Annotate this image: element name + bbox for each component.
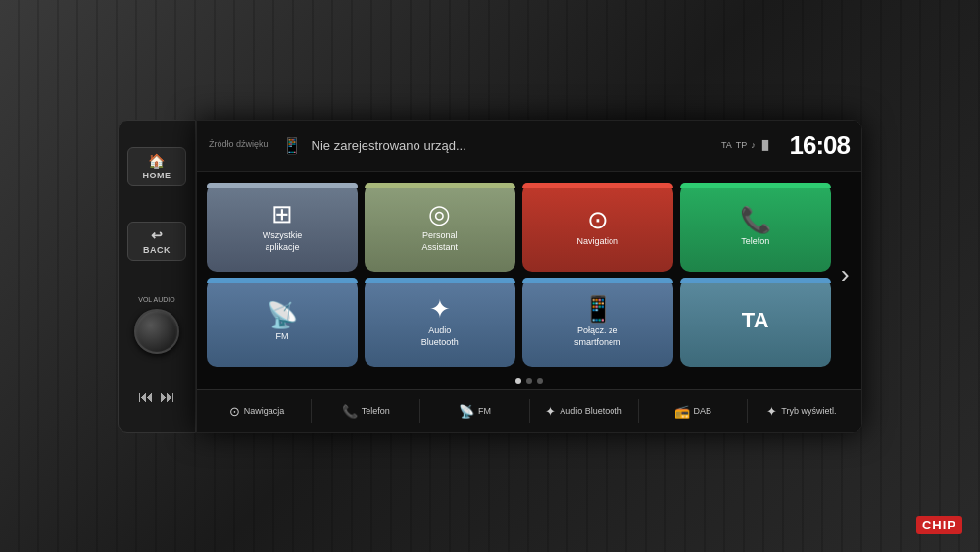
grid-area: ⊞ Wszystkieaplikacje ◎ PersonalAssistant… xyxy=(197,172,861,378)
status-icons: TA TP ♪ ▐▌ xyxy=(721,140,772,150)
back-button[interactable]: ↩ BACK xyxy=(127,222,186,261)
nav-item-audio-bt[interactable]: ✦ Audio Bluetooth xyxy=(532,400,636,423)
top-bar-pa xyxy=(365,183,515,188)
nav-item-nawigacja[interactable]: ⊙ Nawigacja xyxy=(205,400,309,423)
nav-sep-5 xyxy=(747,399,748,423)
fm-icon: 📡 xyxy=(267,302,298,327)
top-bar-bt xyxy=(365,278,515,283)
tile-phone[interactable]: 📞 Telefon xyxy=(680,183,831,272)
volume-control-area: VOL AUDIO xyxy=(134,296,179,353)
prev-track-button[interactable]: ⏮ xyxy=(138,389,154,405)
top-bar-smart xyxy=(522,278,673,283)
nav-sep-2 xyxy=(419,399,420,423)
nav-nawigacja-label: Nawigacja xyxy=(244,406,285,416)
track-buttons: ⏮ ⏭ xyxy=(138,389,175,405)
head-unit-wrapper: 🏠 HOME ↩ BACK VOL AUDIO ⏮ ⏭ Źródło dźwię… xyxy=(118,120,862,433)
apps-label: Wszystkieaplikacje xyxy=(263,230,303,253)
source-label: Źródło dźwięku xyxy=(209,139,269,151)
home-button[interactable]: 🏠 HOME xyxy=(127,147,186,186)
nav-bt-icon: ✦ xyxy=(545,404,556,419)
top-bar-fm xyxy=(207,278,358,283)
nav-icon: ⊙ xyxy=(587,207,609,232)
chip-watermark: CHIP xyxy=(916,516,962,534)
time-display: 16:08 xyxy=(790,130,851,161)
nav-fm-label: FM xyxy=(478,406,491,416)
dot-1 xyxy=(515,378,521,384)
nav-tryb-icon: ✦ xyxy=(766,404,777,419)
smart-label: Połącz. zesmartfonem xyxy=(574,326,621,348)
nav-telefon-icon: 📞 xyxy=(342,404,358,419)
tile-bluetooth-audio[interactable]: ✦ AudioBluetooth xyxy=(365,278,515,367)
nav-sep-1 xyxy=(311,399,312,423)
tile-personal-assistant[interactable]: ◎ PersonalAssistant xyxy=(365,183,515,272)
nav-nawigacja-icon: ⊙ xyxy=(229,404,240,419)
phone-icon-header: 📱 xyxy=(282,136,302,155)
next-page-chevron[interactable]: › xyxy=(839,259,852,290)
nav-dab-label: DAB xyxy=(694,406,712,416)
nav-telefon-label: Telefon xyxy=(362,406,390,416)
pa-icon: ◎ xyxy=(428,201,451,226)
ta-tile-icon: TA xyxy=(742,310,769,331)
back-icon: ↩ xyxy=(151,227,164,243)
vol-label: VOL AUDIO xyxy=(138,296,174,304)
nav-bt-label: Audio Bluetooth xyxy=(560,406,622,416)
main-screen: Źródło dźwięku 📱 Nie zarejestrowano urzą… xyxy=(196,120,862,433)
tile-navigation[interactable]: ⊙ Navigation xyxy=(522,183,673,272)
device-text: Nie zarejestrowano urząd... xyxy=(312,138,711,153)
bottom-nav-bar: ⊙ Nawigacja 📞 Telefon 📡 FM ✦ Audio Bluet… xyxy=(197,389,861,432)
phone-tile-icon: 📞 xyxy=(740,207,771,232)
bt-icon: ✦ xyxy=(429,296,451,322)
nav-fm-icon: 📡 xyxy=(459,404,474,419)
bt-status-icon: ♪ xyxy=(751,140,756,150)
header-bar: Źródło dźwięku 📱 Nie zarejestrowano urzą… xyxy=(197,121,861,172)
smart-icon: 📱 xyxy=(582,296,613,322)
tile-smartphone[interactable]: 📱 Połącz. zesmartfonem xyxy=(522,278,673,367)
tile-ta[interactable]: TA xyxy=(680,278,831,367)
dot-3 xyxy=(537,378,543,384)
tile-apps[interactable]: ⊞ Wszystkieaplikacje xyxy=(207,183,358,272)
top-bar-phone xyxy=(680,183,831,188)
tile-fm[interactable]: 📡 FM xyxy=(207,278,358,367)
back-label: BACK xyxy=(143,245,171,255)
apps-grid: ⊞ Wszystkieaplikacje ◎ PersonalAssistant… xyxy=(207,183,831,367)
left-control-panel: 🏠 HOME ↩ BACK VOL AUDIO ⏮ ⏭ xyxy=(118,120,196,433)
nav-item-dab[interactable]: 📻 DAB xyxy=(641,400,745,423)
tp-status: TP xyxy=(736,140,748,150)
nav-dab-icon: 📻 xyxy=(674,404,690,419)
phone-label: Telefon xyxy=(741,236,769,248)
top-bar-nav xyxy=(522,183,673,188)
nav-item-tryb[interactable]: ✦ Tryb wyświetl. xyxy=(750,400,854,423)
nav-tryb-label: Tryb wyświetl. xyxy=(781,406,836,416)
next-track-button[interactable]: ⏭ xyxy=(160,389,175,405)
car-background: 🏠 HOME ↩ BACK VOL AUDIO ⏮ ⏭ Źródło dźwię… xyxy=(0,0,980,552)
home-icon: 🏠 xyxy=(148,153,166,169)
pa-label: PersonalAssistant xyxy=(422,230,459,253)
home-label: HOME xyxy=(143,171,172,180)
nav-item-fm[interactable]: 📡 FM xyxy=(422,400,526,423)
fm-label: FM xyxy=(275,331,288,343)
apps-icon: ⊞ xyxy=(271,201,293,226)
volume-knob[interactable] xyxy=(134,309,179,354)
nav-sep-3 xyxy=(529,399,530,423)
bt-label: AudioBluetooth xyxy=(421,326,459,348)
signal-icon: ▐▌ xyxy=(760,140,772,150)
top-bar-ta xyxy=(680,278,831,283)
nav-item-telefon[interactable]: 📞 Telefon xyxy=(314,400,417,423)
nav-sep-4 xyxy=(638,399,639,423)
dot-2 xyxy=(526,378,532,384)
nav-label: Navigation xyxy=(577,236,619,248)
ta-status: TA xyxy=(721,140,732,150)
top-bar-apps xyxy=(207,183,358,188)
pagination-dots xyxy=(197,378,861,389)
